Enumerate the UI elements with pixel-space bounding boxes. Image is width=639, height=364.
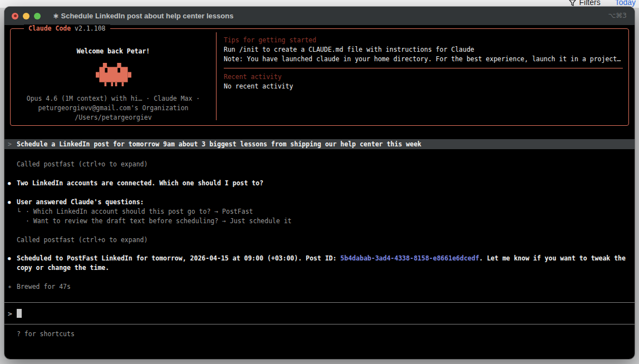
claude-robot-icon: [96, 63, 131, 86]
today-button[interactable]: Today: [615, 0, 636, 7]
result-text-pre: Scheduled to PostFast LinkedIn for tomor…: [17, 254, 341, 262]
close-button[interactable]: [12, 13, 18, 19]
welcome-banner: Claude Code v2.1.108 Welcome back Petar!: [10, 28, 629, 126]
model-line: Opus 4.6 (1M context) with hi… · Claude …: [11, 94, 216, 104]
input-bottom-border: [4, 324, 635, 324]
user-prompt-text: Schedule a LinkedIn post for tomorrow 9a…: [17, 140, 421, 148]
organization-line: peturgeorgievv@gmail.com's Organization: [11, 104, 216, 113]
user-prompt-chevron-icon: >: [8, 139, 17, 149]
tool-call-text: Called postfast (ctrl+o to expand): [17, 236, 148, 244]
answer-line-2: · Want to review the draft text before s…: [8, 217, 632, 226]
connector-icon: └: [17, 207, 26, 217]
funnel-filter-icon: [569, 0, 576, 6]
tips-heading: Tips for getting started: [224, 36, 623, 45]
status-line: ∗Brewed for 47s: [8, 282, 632, 292]
command-input[interactable]: >: [8, 309, 22, 321]
background-toolbar-items: Filters Today: [569, 0, 636, 7]
result-text-post: . Let me know if you want to tweak the: [479, 254, 626, 262]
tool-call-text: Called postfast (ctrl+o to expand): [17, 160, 148, 168]
answered-heading-text: User answered Claude's questions:: [17, 198, 144, 206]
traffic-lights: [12, 13, 41, 19]
assistant-question-line: ●Two LinkedIn accounts are connected. Wh…: [8, 179, 632, 188]
shortcuts-hint-line: ? for shortcuts: [8, 329, 632, 339]
tip-home-directory: Note: You have launched claude in your h…: [224, 55, 623, 64]
spinner-asterisk-icon: ∗: [8, 282, 17, 292]
bullet-icon: ●: [8, 198, 17, 207]
terminal-window: ∗ Schedule LinkedIn post about help cent…: [4, 7, 635, 359]
minimize-button[interactable]: [23, 13, 30, 19]
banner-left-column: Welcome back Petar!: [11, 29, 216, 125]
answer-line-1: └· Which LinkedIn account should this po…: [8, 207, 632, 217]
banner-horizontal-divider: [224, 68, 623, 68]
working-directory: /Users/petargeorgiev: [11, 113, 216, 122]
post-id: 5b4dabab-3ad4-4338-8158-e8661e6dcedf: [341, 254, 479, 262]
answer-1-text: · Which LinkedIn account should this pos…: [26, 208, 253, 215]
window-titlebar[interactable]: ∗ Schedule LinkedIn post about help cent…: [4, 7, 635, 26]
user-message-bar: >Schedule a LinkedIn post for tomorrow 9…: [4, 139, 635, 149]
account-info: Opus 4.6 (1M context) with hi… · Claude …: [11, 94, 216, 122]
answer-2-text: · Want to review the draft text before s…: [26, 217, 292, 225]
result-line: ●Scheduled to PostFast LinkedIn for tomo…: [8, 254, 632, 263]
bullet-icon: ●: [8, 254, 17, 263]
status-text: Brewed for 47s: [17, 283, 71, 291]
result-wrap-line: copy or change the time.: [8, 263, 632, 273]
input-top-border: [4, 302, 635, 303]
tip-init: Run /init to create a CLAUDE.md file wit…: [224, 45, 623, 55]
recent-activity-heading: Recent activity: [224, 72, 623, 82]
text-cursor: [17, 309, 22, 318]
assistant-question-text: Two LinkedIn accounts are connected. Whi…: [17, 179, 263, 187]
tool-call-line: Called postfast (ctrl+o to expand): [8, 235, 632, 245]
result-wrap-text: copy or change the time.: [17, 264, 109, 272]
answered-heading-line: ●User answered Claude's questions:: [8, 198, 632, 207]
recent-activity-empty: No recent activity: [224, 82, 623, 91]
zoom-button[interactable]: [34, 13, 41, 19]
banner-right-column: Tips for getting started Run /init to cr…: [224, 36, 623, 91]
window-title: ∗ Schedule LinkedIn post about help cent…: [53, 12, 233, 20]
banner-vertical-divider: [216, 32, 217, 120]
tool-call-line: Called postfast (ctrl+o to expand): [8, 160, 632, 169]
tab-shortcut-label: ⌥⌘3: [608, 12, 627, 19]
welcome-message: Welcome back Petar!: [11, 47, 216, 56]
shortcuts-hint-text: ? for shortcuts: [17, 330, 75, 338]
filters-button[interactable]: Filters: [569, 0, 601, 7]
filters-label: Filters: [579, 0, 601, 7]
bullet-icon: ●: [8, 179, 17, 188]
input-prompt-icon: >: [8, 309, 17, 318]
